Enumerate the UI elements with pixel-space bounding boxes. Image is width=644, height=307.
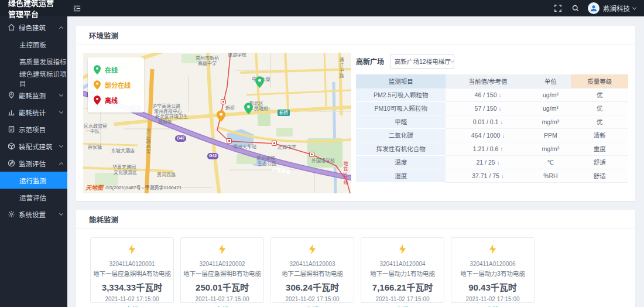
legend-label: 部分在线 bbox=[105, 80, 131, 90]
map-label: 新桥 bbox=[225, 106, 235, 111]
meter-status-badge[interactable]: 在线 bbox=[91, 304, 173, 307]
avatar bbox=[588, 2, 600, 14]
select-value: 高新广场12楼电梯厅 bbox=[395, 57, 451, 66]
env-card-header: 环境监测 bbox=[76, 26, 635, 45]
table-row: 挥发性有机化合物 1.21 / 0.6 ↑ mg/m³ 重度 bbox=[356, 142, 628, 155]
chevron-down-icon bbox=[59, 92, 63, 96]
sidebar-item-prefab-building[interactable]: 装配式建筑 bbox=[0, 138, 67, 155]
cell-value: 0.01 / 0.1 bbox=[473, 118, 499, 125]
sidebar-item-run-monitor[interactable]: 运行监测 bbox=[0, 172, 67, 189]
sidebar-item-demo-projects[interactable]: 示范项目 bbox=[0, 121, 67, 138]
trend-arrow-icon: ↑ bbox=[500, 146, 503, 152]
top-header: 绿色建筑运营管理平台 燕澜科技 bbox=[0, 0, 644, 16]
chevron-down-icon bbox=[59, 109, 63, 113]
pin-icon bbox=[94, 80, 101, 90]
sidebar-item-system-settings[interactable]: 系统设置 bbox=[0, 206, 67, 223]
legend-label: 离线 bbox=[105, 95, 118, 105]
metro-station-marker[interactable] bbox=[309, 152, 314, 157]
chevron-up-icon bbox=[59, 26, 63, 30]
partial-online-pin[interactable] bbox=[217, 110, 225, 122]
chevron-down-icon bbox=[59, 143, 63, 147]
meter-status-badge[interactable]: 在线 bbox=[181, 304, 263, 307]
meter-timestamp: 2021-11-02 17:15:00 bbox=[91, 296, 173, 302]
meter-status-badge[interactable]: 在线 bbox=[361, 304, 444, 307]
meter-value: 90.43千瓦时 bbox=[451, 281, 534, 293]
map-label: 东坡大酒店 bbox=[111, 149, 135, 154]
map-label: 薛家镇 bbox=[88, 145, 102, 150]
map-g42-badge: G42 bbox=[175, 135, 186, 142]
map-label: 常州高铁 bbox=[256, 156, 275, 161]
sidebar-item-quality-index[interactable]: 高质量发展指标 bbox=[0, 53, 67, 70]
map-label: 高级中学 bbox=[198, 62, 217, 66]
map-license-text: GS(2021)1487号 - 甲测资字1100471 bbox=[105, 184, 181, 190]
menu-fold-icon[interactable] bbox=[73, 5, 81, 12]
legend-offline: 离线 bbox=[94, 93, 138, 108]
meter-timestamp: 2021-11-02 17:15:00 bbox=[451, 296, 534, 302]
table-row: PM2.5可吸入颗粒物 46 / 150 ↓ ug/m³ 优 bbox=[356, 88, 628, 101]
meter-name: 地下二层照明有功电能 bbox=[271, 269, 354, 278]
map-label: 华夏艺博园 bbox=[112, 165, 136, 170]
sidebar-sub-label: 运行监测 bbox=[19, 176, 46, 185]
fullscreen-icon[interactable] bbox=[554, 5, 561, 12]
map-legend: 在线 部分在线 离线 bbox=[88, 57, 144, 112]
legend-online: 在线 bbox=[94, 62, 138, 77]
sidebar-item-monitor-eval[interactable]: 监测评估 bbox=[0, 155, 67, 172]
meter-name: 地下一层应急照明A有功电能 bbox=[91, 269, 173, 278]
map-attribution: 天地图 GS(2021)1487号 - 甲测资字1100471 bbox=[85, 183, 181, 192]
meter-value: 250.01千瓦时 bbox=[181, 281, 263, 293]
meter-status-badge[interactable]: 在线 bbox=[451, 304, 534, 307]
meter-timestamp: 2021-11-02 17:15:00 bbox=[271, 296, 354, 302]
sidebar-item-label-projects[interactable]: 绿色建筑标识项目 bbox=[0, 70, 67, 87]
sidebar-item-main-dashboard[interactable]: 主控面板 bbox=[0, 36, 67, 53]
sidebar-item-operation-eval[interactable]: 运营评估 bbox=[0, 189, 67, 206]
col-header-item: 监测项目 bbox=[356, 74, 446, 88]
sidebar-sub-label: 高质量发展指标 bbox=[19, 57, 67, 66]
table-header-row: 监测项目 当前值/参考值 单位 质量等级 bbox=[356, 74, 628, 88]
trend-arrow-icon: ↓ bbox=[501, 173, 504, 179]
sidebar: 绿色建筑 主控面板 高质量发展指标 绿色建筑标识项目 能耗监测 能耗统计 示范项… bbox=[0, 16, 67, 307]
metro-station-marker[interactable] bbox=[227, 138, 232, 144]
map-label: 管理处 bbox=[158, 120, 172, 125]
meter-value: 306.24千瓦时 bbox=[271, 281, 354, 293]
cell-value: 1.21 / 0.6 bbox=[473, 145, 499, 152]
sidebar-item-green-building[interactable]: 绿色建筑 bbox=[0, 19, 67, 36]
metro-station-marker[interactable] bbox=[221, 99, 226, 104]
company-name: 燕澜科技 bbox=[603, 4, 630, 13]
map-label: 常州市新桥 bbox=[196, 56, 219, 61]
main-content: 环境监测 bbox=[67, 16, 644, 307]
meter-name: 地下一层动力1有功电能 bbox=[361, 269, 444, 278]
cube-icon bbox=[8, 142, 15, 150]
table-row: PM10可吸入颗粒物 57 / 150 ↓ ug/m³ 优 bbox=[356, 101, 628, 115]
meter-name: 地下一层动力3有功电能 bbox=[451, 269, 534, 278]
map-canvas[interactable]: 旅游学校 常州市新桥 高级中学 中常大厦 新北区 人民政府 新桥 沪宁高速公路 … bbox=[83, 53, 351, 193]
chevron-down-icon bbox=[450, 58, 454, 62]
lightning-icon bbox=[128, 244, 136, 254]
map-label: 生态公园 bbox=[258, 162, 276, 166]
legend-label: 在线 bbox=[105, 65, 118, 74]
cell-value: 464 / 1000 bbox=[471, 132, 501, 139]
online-pin[interactable] bbox=[255, 76, 264, 88]
lightning-icon bbox=[218, 244, 227, 254]
sidebar-item-label: 监测评估 bbox=[19, 159, 60, 168]
map-label: 常州养排中心 bbox=[154, 110, 182, 114]
edit-pen-icon bbox=[8, 159, 15, 167]
location-select[interactable]: 高新广场12楼电梯厅 bbox=[390, 54, 454, 69]
sidebar-item-energy-monitor[interactable]: 能耗监测 bbox=[0, 87, 67, 104]
online-pin[interactable] bbox=[244, 103, 253, 114]
legend-partial: 部分在线 bbox=[94, 77, 138, 93]
search-icon[interactable] bbox=[572, 5, 579, 12]
map-road-label: 通江中路 bbox=[338, 57, 343, 79]
sidebar-item-energy-stats[interactable]: 能耗统计 bbox=[0, 104, 67, 121]
sidebar-item-label: 示范项目 bbox=[19, 125, 63, 134]
user-menu[interactable]: 燕澜科技 bbox=[588, 2, 636, 14]
metro-station-marker[interactable] bbox=[272, 141, 277, 146]
map-label: 一中队 bbox=[85, 129, 100, 134]
meter-timestamp: 2021-11-02 17:15:00 bbox=[361, 296, 444, 302]
trend-arrow-icon: ↓ bbox=[502, 132, 505, 139]
home-icon bbox=[8, 23, 15, 31]
map-label: 文化旅游区 bbox=[114, 170, 137, 175]
meter-status-badge[interactable]: 在线 bbox=[271, 304, 354, 307]
trend-arrow-icon: ↓ bbox=[498, 92, 501, 98]
meter-id: 320411A0120006 bbox=[451, 261, 534, 267]
map-place-badge: 新桥 bbox=[278, 110, 290, 116]
